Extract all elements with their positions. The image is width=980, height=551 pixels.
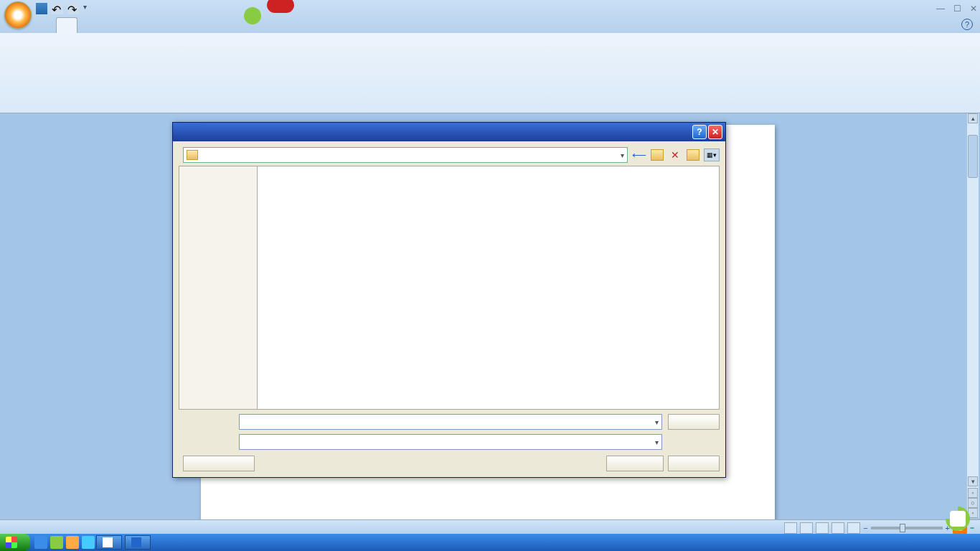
zoom-slider[interactable] xyxy=(871,527,943,529)
filetype-combo[interactable]: ▾ xyxy=(239,434,662,450)
chevron-down-icon[interactable]: ▾ xyxy=(655,418,659,426)
insert-button[interactable] xyxy=(606,456,664,471)
ie-icon xyxy=(103,537,113,547)
file-list[interactable] xyxy=(258,166,720,410)
zoom-out-button[interactable]: − xyxy=(863,524,867,532)
tools-button[interactable] xyxy=(183,456,255,471)
scroll-down-button[interactable]: ▾ xyxy=(968,476,978,486)
view-print-layout-icon[interactable] xyxy=(784,522,797,534)
ribbon-tabs: ? xyxy=(0,17,980,33)
quicklaunch xyxy=(34,536,95,549)
qat-dropdown-icon[interactable]: ▾ xyxy=(83,3,95,14)
dialog-help-button[interactable]: ? xyxy=(692,125,707,139)
scroll-up-button[interactable]: ▴ xyxy=(968,113,978,123)
view-draft-icon[interactable] xyxy=(847,522,860,534)
desktop-icon[interactable] xyxy=(50,536,63,549)
app-icon[interactable] xyxy=(66,536,79,549)
places-bar xyxy=(179,166,258,410)
range-button[interactable] xyxy=(668,414,720,430)
ribbon xyxy=(0,33,980,113)
tab-view[interactable] xyxy=(158,17,178,33)
maximize-button[interactable]: ☐ xyxy=(953,4,961,14)
word-icon xyxy=(131,537,141,547)
delete-icon[interactable]: ✕ xyxy=(668,148,682,162)
taskbar-item[interactable] xyxy=(96,535,122,550)
tab-review[interactable] xyxy=(138,17,158,33)
start-button[interactable] xyxy=(0,534,30,551)
taskbar-item[interactable] xyxy=(125,535,151,550)
prev-page-button[interactable]: ◦ xyxy=(968,488,978,498)
redo-icon[interactable]: ↷ xyxy=(67,3,79,14)
undo-icon[interactable]: ↶ xyxy=(52,3,63,14)
views-icon[interactable]: ▦▾ xyxy=(704,149,720,161)
tab-references[interactable] xyxy=(98,17,118,33)
save-icon[interactable] xyxy=(36,3,47,14)
chevron-down-icon[interactable]: ▾ xyxy=(655,438,659,446)
dialog-close-button[interactable]: ✕ xyxy=(708,125,722,139)
office-button[interactable] xyxy=(4,1,32,29)
back-icon[interactable]: ⟵ xyxy=(632,148,646,162)
lookin-combo[interactable]: ▾ xyxy=(183,147,628,163)
vertical-scrollbar[interactable]: ▴ ▾ ◦ ○ ◦ xyxy=(967,113,979,518)
tab-pagelayout[interactable] xyxy=(77,17,98,33)
minimize-button[interactable]: — xyxy=(936,4,945,14)
tab-home[interactable] xyxy=(36,17,56,33)
taskbar xyxy=(0,534,980,551)
view-outline-icon[interactable] xyxy=(831,522,844,534)
zoom-thumb[interactable] xyxy=(900,524,905,532)
folder-icon xyxy=(187,150,198,160)
mascot-icon xyxy=(244,7,261,24)
tab-mailings[interactable] xyxy=(118,17,138,33)
view-web-icon[interactable] xyxy=(816,522,829,534)
statusbar: − + S xyxy=(0,519,980,535)
watermark xyxy=(946,507,974,531)
quick-access-toolbar: ↶ ↷ ▾ xyxy=(36,3,95,14)
ie-icon[interactable] xyxy=(34,536,47,549)
filename-input[interactable]: ▾ xyxy=(239,414,662,430)
dialog-titlebar[interactable]: ? ✕ xyxy=(173,123,725,141)
score-badge xyxy=(267,0,294,13)
help-button[interactable]: ? xyxy=(961,19,973,30)
view-fullscreen-icon[interactable] xyxy=(800,522,813,534)
insert-file-dialog: ? ✕ ▾ ⟵ ✕ ▦▾ ▾ xyxy=(172,122,726,478)
accelerate-overlay[interactable] xyxy=(244,0,294,32)
up-icon[interactable] xyxy=(651,149,664,161)
tab-insert[interactable] xyxy=(56,17,77,33)
newfolder-icon[interactable] xyxy=(687,149,699,161)
watermark-logo-icon xyxy=(946,507,970,531)
cancel-button[interactable] xyxy=(668,456,720,471)
chevron-down-icon[interactable]: ▾ xyxy=(621,151,624,159)
close-button[interactable]: ✕ xyxy=(970,4,977,14)
app-icon[interactable] xyxy=(82,536,95,549)
titlebar: ↶ ↷ ▾ — ☐ ✕ xyxy=(0,0,980,17)
scroll-thumb[interactable] xyxy=(968,135,978,178)
